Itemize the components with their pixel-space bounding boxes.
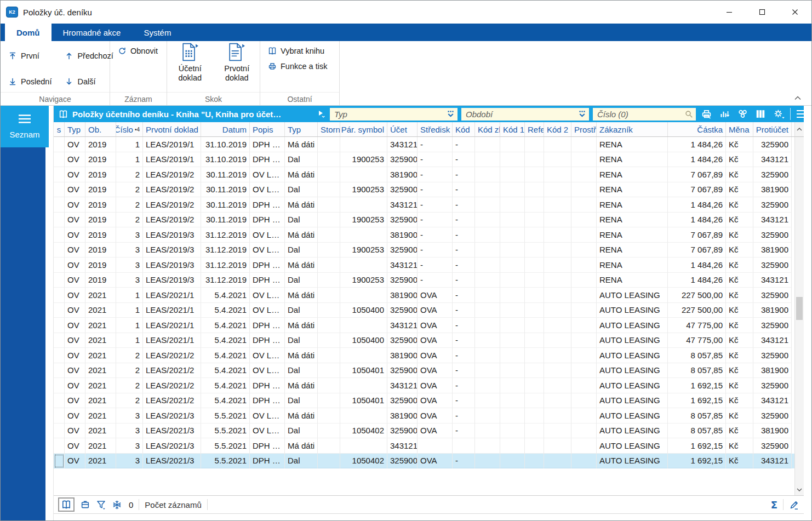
- scrollbar-thumb[interactable]: [796, 297, 803, 320]
- filter-cislo-input[interactable]: [593, 108, 696, 121]
- cell: 381900: [387, 167, 418, 182]
- cell: 325900: [387, 454, 418, 469]
- column-header[interactable]: Prvotní doklad: [143, 122, 201, 136]
- table-row[interactable]: OV20211LEAS/2021/15.4.2021DPH …Dal105040…: [54, 333, 794, 348]
- cell: 1 484,26: [668, 257, 726, 273]
- column-header[interactable]: Popis: [250, 122, 285, 136]
- first-button[interactable]: První: [6, 45, 54, 66]
- columns-button[interactable]: [754, 108, 767, 120]
- cluster-button[interactable]: [736, 108, 749, 120]
- column-header[interactable]: Číslo•4: [116, 122, 143, 136]
- edit-pencil-button[interactable]: [789, 500, 799, 510]
- minimize-button[interactable]: [713, 1, 746, 24]
- cell: 5.5.2021: [201, 454, 250, 469]
- sum-button[interactable]: Σ: [771, 499, 777, 511]
- scroll-down-button[interactable]: [794, 484, 804, 495]
- filter-typ-input[interactable]: [330, 108, 458, 121]
- maximize-button[interactable]: [746, 1, 779, 24]
- sidebar-item-seznam[interactable]: Seznam: [1, 106, 49, 147]
- collapse-ribbon-button[interactable]: [792, 93, 804, 103]
- tab-hromadne-akce[interactable]: Hromadné akce: [52, 24, 133, 41]
- menu-button[interactable]: [796, 108, 809, 120]
- cell: 325900: [753, 167, 792, 182]
- next-button[interactable]: Další: [62, 71, 115, 92]
- dropdown-icon[interactable]: [446, 110, 455, 118]
- vertical-scrollbar[interactable]: [794, 137, 804, 484]
- snowflake-icon[interactable]: [112, 500, 122, 510]
- column-header[interactable]: Typ: [285, 122, 318, 136]
- column-header[interactable]: Středisk: [418, 122, 453, 136]
- cell: DPH …: [250, 197, 285, 213]
- table-row[interactable]: OV20213LEAS/2021/35.5.2021OV L…Má dáti38…: [54, 408, 794, 423]
- expand-title-button[interactable]: [318, 110, 326, 118]
- table-row[interactable]: OV20191LEAS/2019/131.10.2019DPH …Dal1900…: [54, 152, 794, 168]
- column-header[interactable]: Kód zb: [475, 122, 500, 136]
- table-row[interactable]: OV20212LEAS/2021/25.4.2021OV L…Má dáti38…: [54, 348, 794, 363]
- tab-domu[interactable]: Domů: [5, 24, 52, 41]
- column-header[interactable]: Pár. symbol: [340, 122, 387, 136]
- table-row[interactable]: OV20212LEAS/2021/25.4.2021DPH …Dal105040…: [54, 393, 794, 409]
- column-header[interactable]: Protiúčet: [753, 122, 792, 136]
- column-header[interactable]: Storn: [318, 122, 340, 136]
- column-header[interactable]: Částka: [668, 122, 726, 136]
- previous-button[interactable]: Předchozí: [62, 45, 115, 66]
- column-header[interactable]: Měna: [726, 122, 753, 136]
- print-button[interactable]: [700, 108, 713, 120]
- column-header[interactable]: Ob.: [85, 122, 116, 136]
- accounting-document-button[interactable]: Účetní doklad: [170, 41, 210, 92]
- cell: 8 057,85: [668, 348, 726, 363]
- source-document-button[interactable]: Prvotní doklad: [218, 41, 257, 92]
- cell: [475, 333, 500, 348]
- table-row[interactable]: OV20213LEAS/2021/35.5.2021DPH …Dal105040…: [54, 454, 794, 469]
- table-row[interactable]: OV20191LEAS/2019/131.10.2019DPH …Má dáti…: [54, 137, 794, 152]
- table-row[interactable]: OV20192LEAS/2019/230.11.2019OV L…Má dáti…: [54, 167, 794, 182]
- cell: 381900: [753, 303, 792, 318]
- functions-print-button[interactable]: Funkce a tisk: [266, 61, 334, 72]
- table-row[interactable]: OV20212LEAS/2021/25.4.2021DPH …Má dáti34…: [54, 378, 794, 393]
- table-row[interactable]: OV20192LEAS/2019/230.11.2019DPH …Má dáti…: [54, 197, 794, 213]
- table-row[interactable]: OV20212LEAS/2021/25.4.2021OV L…Dal105040…: [54, 363, 794, 379]
- book-view-button[interactable]: [58, 497, 75, 512]
- dropdown-icon[interactable]: [577, 110, 587, 118]
- table-row[interactable]: OV20193LEAS/2019/331.12.2019DPH …Dal1900…: [54, 273, 794, 288]
- select-book-button[interactable]: Vybrat knihu: [266, 45, 334, 56]
- column-header[interactable]: Kód 2: [544, 122, 571, 136]
- column-header[interactable]: s: [54, 122, 65, 136]
- last-button[interactable]: Poslední: [6, 71, 54, 92]
- cell: [525, 378, 544, 393]
- table-row[interactable]: OV20192LEAS/2019/230.11.2019DPH …Dal1900…: [54, 213, 794, 228]
- filter-obdobi-input[interactable]: [461, 108, 589, 121]
- close-button[interactable]: [779, 1, 811, 24]
- table-row[interactable]: OV20193LEAS/2019/331.12.2019DPH …Má dáti…: [54, 257, 794, 273]
- panel-header: Položky účetního deníku - Kniha "U, Knih…: [54, 106, 804, 122]
- table-row[interactable]: OV20213LEAS/2021/35.5.2021OV L…Dal105040…: [54, 423, 794, 439]
- cell: [318, 318, 340, 333]
- column-header[interactable]: Prostř: [571, 122, 597, 136]
- cell: [340, 378, 387, 393]
- column-header[interactable]: Refe: [525, 122, 544, 136]
- chart-button[interactable]: [718, 108, 731, 120]
- filter-button[interactable]: [96, 500, 106, 510]
- cell: AUTO LEASING: [597, 438, 668, 454]
- table-row[interactable]: OV20193LEAS/2019/331.12.2019OV L…Má dáti…: [54, 227, 794, 243]
- archive-box-button[interactable]: [80, 500, 90, 509]
- cell: [571, 243, 597, 258]
- cell: [475, 213, 500, 228]
- column-header[interactable]: Datum: [201, 122, 250, 136]
- scroll-up-button[interactable]: [794, 122, 804, 136]
- refresh-button[interactable]: Obnovit: [116, 45, 161, 56]
- settings-gear-button[interactable]: [772, 108, 785, 120]
- column-header[interactable]: Zákazník: [597, 122, 668, 136]
- column-header[interactable]: Kód: [453, 122, 475, 136]
- cell: 7 067,89: [668, 167, 726, 182]
- table-row[interactable]: OV20193LEAS/2019/331.12.2019OV L…Dal1900…: [54, 243, 794, 258]
- table-row[interactable]: OV20192LEAS/2019/230.11.2019OV L…Dal1900…: [54, 182, 794, 198]
- table-row[interactable]: OV20211LEAS/2021/15.4.2021OV L…Dal105040…: [54, 303, 794, 318]
- table-row[interactable]: OV20211LEAS/2021/15.4.2021DPH …Má dáti34…: [54, 318, 794, 333]
- table-row[interactable]: OV20211LEAS/2021/15.4.2021OV L…Má dáti38…: [54, 288, 794, 303]
- tab-system[interactable]: Systém: [132, 24, 182, 41]
- column-header[interactable]: Kód 1: [500, 122, 525, 136]
- column-header[interactable]: Typ: [65, 122, 85, 136]
- table-row[interactable]: OV20213LEAS/2021/35.5.2021DPH …Má dáti34…: [54, 438, 794, 454]
- column-header[interactable]: Účet: [387, 122, 418, 136]
